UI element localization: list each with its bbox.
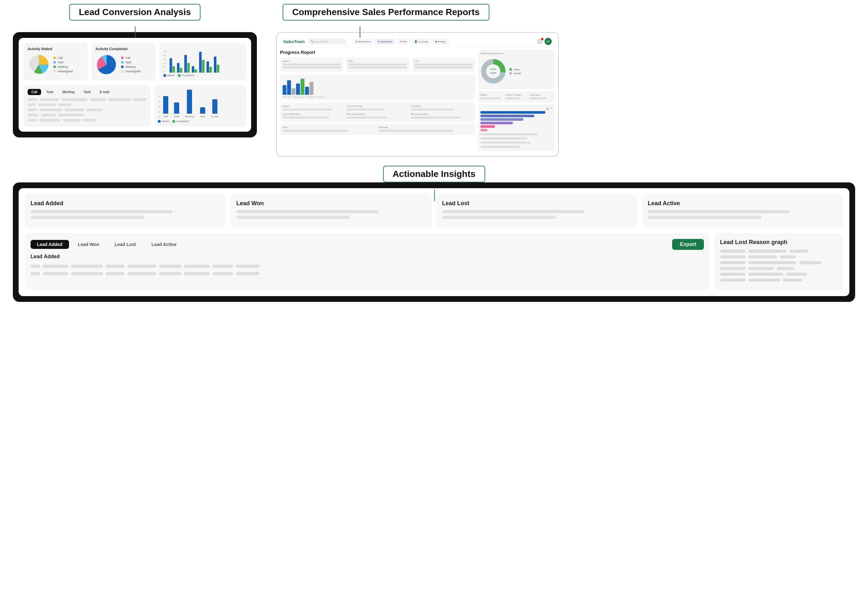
- lead-conversion-label: Lead Conversion Analysis: [69, 4, 200, 20]
- stat-lost-label: Lost: [415, 60, 473, 62]
- table-row: [28, 103, 147, 106]
- progress-report-title: Progress Report: [280, 50, 475, 55]
- sent-received-row: Sent Received: [283, 126, 473, 132]
- logo-sales: Sales: [283, 39, 294, 44]
- stat-won-label: Won: [348, 60, 407, 62]
- table-label: Lead Added: [31, 254, 704, 259]
- user-avatar[interactable]: ST: [545, 38, 552, 45]
- bottom-tabs-bar[interactable]: Lead Added Lead Won Lead Lost Lead Activ…: [31, 239, 704, 250]
- right-conv-row: Added Convert To lead Lead Won: [481, 94, 552, 100]
- bottom-tab-lead-added[interactable]: Lead Added: [31, 240, 69, 249]
- conv-added-label: Added: [283, 105, 345, 107]
- bar-legend: Added Completed: [164, 74, 242, 77]
- lead-added-bar2: [31, 216, 144, 219]
- tab-section: Call Task Meeting Task E-mail: [24, 85, 150, 126]
- tab-task2[interactable]: Task: [80, 89, 94, 95]
- lead-conversion-card: Lead Conversion Analysis Activity Added: [13, 19, 257, 137]
- stat-added-label: Added: [283, 60, 341, 62]
- y-axis-labels: 100806040200: [164, 50, 167, 73]
- crm-left-panel: Progress Report Added Won: [280, 50, 475, 153]
- bottom-tab-lead-won[interactable]: Lead Won: [72, 240, 106, 249]
- lead-lost-graph-section: Lead Lost Reason graph: [715, 234, 843, 290]
- lead-lost-title: Lead Lost: [442, 200, 632, 207]
- data-table: [31, 263, 704, 278]
- nav-activity[interactable]: ▶ Activity: [433, 39, 448, 44]
- table-row: [28, 119, 147, 122]
- donut-gray-pct: 73.5%: [490, 72, 497, 74]
- lead-won-bar1: [236, 210, 379, 213]
- graph-row-4: [720, 267, 837, 270]
- tabs-bar[interactable]: Call Task Meeting Task E-mail: [28, 89, 147, 95]
- lead-active-bar1: [648, 210, 790, 213]
- nav-mail[interactable]: ✉ Mail: [397, 39, 409, 44]
- donut-green-pct: 26.5%: [490, 68, 497, 70]
- stat-won-bar2: [348, 67, 407, 69]
- nav-contacts[interactable]: 👤 Contacts: [412, 39, 431, 44]
- actionable-insights-label: Actionable Insights: [383, 166, 485, 183]
- pie-chart-1: [28, 53, 50, 76]
- vertical-bars: Call Task Meeting: [163, 92, 219, 118]
- graph-row-3: [720, 261, 837, 264]
- export-button[interactable]: Export: [672, 239, 704, 250]
- nav-essentials[interactable]: ★ Essentials: [375, 39, 395, 44]
- stat-card-lead-lost: Lead Lost: [437, 195, 637, 227]
- table-row: [28, 109, 147, 111]
- conv-won-label: Lead Won: [411, 105, 473, 107]
- graph-row-5: [720, 273, 837, 276]
- stat-card-lead-added: Lead Added: [25, 195, 226, 227]
- lead-active-bar2: [648, 216, 761, 219]
- crm-bar-chart: [283, 77, 473, 95]
- donut-area: 26.5% 73.5% Active Inactive: [481, 56, 552, 87]
- donut-chart: 26.5% 73.5%: [481, 58, 506, 84]
- vbar-legend: Added Completed: [158, 120, 242, 123]
- graph-row-2: [720, 255, 837, 259]
- crm-stats-row: Added Won Lost: [280, 58, 475, 72]
- bottom-tab-lead-active[interactable]: Lead Active: [145, 240, 183, 249]
- stat-lost-bar1: [415, 64, 473, 66]
- crm-logo: SalesTown: [283, 39, 305, 44]
- funnel-bars: [481, 111, 552, 131]
- data-table-row-1: [31, 263, 704, 270]
- lead-added-bar1: [31, 210, 173, 213]
- tab-call[interactable]: Call: [28, 89, 41, 95]
- bottom-table-graph-row: Lead Added Lead Won Lead Lost Lead Activ…: [25, 234, 843, 290]
- crm-conversion-section: Added Convert To lead Lead Won: [280, 103, 475, 122]
- comprehensive-sales-label: Comprehensive Sales Performance Reports: [283, 4, 489, 20]
- graph-row-6: [720, 278, 837, 282]
- graph-row-1: [720, 250, 837, 253]
- bottom-tab-lead-lost[interactable]: Lead Lost: [108, 240, 142, 249]
- funnel-labels: [481, 133, 552, 148]
- crm-conversion-row: Added Convert To lead Lead Won: [283, 105, 473, 111]
- r-added-label: Added: [481, 94, 503, 96]
- donut-legend: Active Inactive: [509, 68, 521, 75]
- activity-completed-title: Activity Completed: [95, 47, 151, 51]
- pie1-legend: Call Task Meeting Unassigned: [53, 56, 73, 73]
- stat-lost-bar2: [415, 67, 473, 69]
- received-label: Received: [379, 126, 473, 128]
- lead-lost-bar2: [442, 216, 556, 219]
- tab-table-rows: [28, 98, 147, 122]
- stat-card-lead-active: Lead Active: [642, 195, 843, 227]
- bottom-table-section: Lead Added Lead Won Lead Lost Lead Activ…: [25, 234, 709, 290]
- activity-bar-chart: 100806040200: [159, 43, 246, 81]
- stat-won: Won: [346, 58, 409, 72]
- crm-sent-received-section: Sent Received: [280, 123, 475, 135]
- activity-added-chart: Activity Added: [24, 43, 87, 81]
- activity-completed-chart: Activity Completed Call Task: [92, 43, 155, 81]
- tab-task[interactable]: Task: [42, 89, 57, 95]
- total-activity-label: Total Activity Added: 34: [481, 52, 552, 55]
- table-row: [28, 98, 147, 101]
- tab-meeting[interactable]: Meeting: [58, 89, 78, 95]
- crm-main-content: Progress Report Added Won: [280, 50, 555, 153]
- tab-email[interactable]: E-mail: [96, 89, 113, 95]
- r-won-label: Lead Won: [529, 94, 552, 96]
- nav-workboard[interactable]: ⊞ Workboard: [353, 39, 373, 44]
- vertical-bar-section: 0403020100 Call Task: [154, 85, 246, 126]
- actionable-insights-section: Actionable Insights Lead Added Lead Won: [13, 183, 855, 302]
- crm-time-row: Avg Convert Time Max Convert Time Min Co…: [283, 113, 473, 119]
- pie-chart-2: [95, 53, 118, 76]
- data-table-row-2: [31, 270, 704, 278]
- stat-lost: Lost: [412, 58, 475, 72]
- min-convert-label: Min Convert Time: [411, 113, 473, 115]
- crm-search-bar[interactable]: 🔍 Search here...: [308, 39, 347, 44]
